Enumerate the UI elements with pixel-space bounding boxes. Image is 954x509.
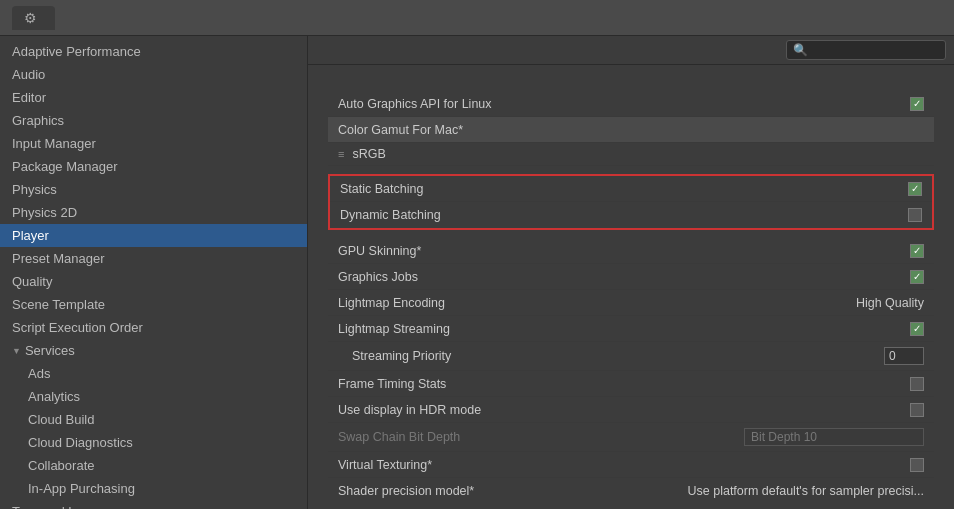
srgb-label: sRGB <box>352 147 385 161</box>
sidebar-item-label: Script Execution Order <box>12 320 143 335</box>
sidebar-item-in-app-purchasing[interactable]: In-App Purchasing <box>0 477 307 500</box>
sidebar-item-quality[interactable]: Quality <box>0 270 307 293</box>
sidebar-item-ads[interactable]: Ads <box>0 362 307 385</box>
right-panel: Auto Graphics API for Linux✓Color Gamut … <box>308 36 954 509</box>
sidebar-item-label: Analytics <box>28 389 80 404</box>
sidebar-item-label: Package Manager <box>12 159 118 174</box>
setting-row-graphics-jobs: Graphics Jobs✓ <box>328 264 934 290</box>
setting-row-gpu-skinning: GPU Skinning*✓ <box>328 238 934 264</box>
sidebar-item-script-execution-order[interactable]: Script Execution Order <box>0 316 307 339</box>
sidebar-item-analytics[interactable]: Analytics <box>0 385 307 408</box>
sidebar-item-label: Adaptive Performance <box>12 44 141 59</box>
color-gamut-header: Color Gamut For Mac* <box>328 117 934 143</box>
setting-row-dynamic-batching: Dynamic Batching <box>330 202 932 228</box>
sidebar-item-label: Audio <box>12 67 45 82</box>
sidebar-item-label: Graphics <box>12 113 64 128</box>
srgb-row: ≡sRGB <box>328 143 934 166</box>
setting-row-frame-timing-stats: Frame Timing Stats <box>328 371 934 397</box>
sidebar-item-audio[interactable]: Audio <box>0 63 307 86</box>
sidebar-item-scene-template[interactable]: Scene Template <box>0 293 307 316</box>
sidebar-item-tags-and-layers[interactable]: Tags and Layers <box>0 500 307 509</box>
checkbox-checked-icon[interactable]: ✓ <box>910 322 924 336</box>
checkbox-checked-icon[interactable]: ✓ <box>908 182 922 196</box>
checkbox-unchecked-icon[interactable] <box>908 208 922 222</box>
setting-row-auto-graphics: Auto Graphics API for Linux✓ <box>328 91 934 117</box>
streaming-priority-input[interactable] <box>884 347 924 365</box>
sidebar: Adaptive PerformanceAudioEditorGraphicsI… <box>0 36 308 509</box>
sidebar-item-cloud-build[interactable]: Cloud Build <box>0 408 307 431</box>
setting-row-lightmap-streaming: Lightmap Streaming✓ <box>328 316 934 342</box>
auto-graphics-label: Auto Graphics API for Linux <box>338 97 492 111</box>
content-area: Auto Graphics API for Linux✓Color Gamut … <box>308 65 954 509</box>
frame-timing-stats-label: Frame Timing Stats <box>338 377 446 391</box>
sidebar-item-adaptive-performance[interactable]: Adaptive Performance <box>0 40 307 63</box>
color-gamut-label: Color Gamut For Mac* <box>338 123 463 137</box>
gpu-skinning-label: GPU Skinning* <box>338 244 421 258</box>
sidebar-item-label: Preset Manager <box>12 251 105 266</box>
sidebar-item-label: Quality <box>12 274 52 289</box>
sidebar-item-graphics[interactable]: Graphics <box>0 109 307 132</box>
swap-chain-bit-depth-label: Swap Chain Bit Depth <box>338 430 460 444</box>
sidebar-item-input-manager[interactable]: Input Manager <box>0 132 307 155</box>
sidebar-item-label: Physics 2D <box>12 205 77 220</box>
setting-row-static-batching: Static Batching✓ <box>330 176 932 202</box>
sidebar-item-label: In-App Purchasing <box>28 481 135 496</box>
use-display-hdr-label: Use display in HDR mode <box>338 403 481 417</box>
sidebar-item-preset-manager[interactable]: Preset Manager <box>0 247 307 270</box>
gear-icon: ⚙ <box>24 10 37 26</box>
sidebar-item-label: Collaborate <box>28 458 95 473</box>
triangle-icon: ▼ <box>12 346 21 356</box>
checkbox-checked-icon[interactable]: ✓ <box>910 270 924 284</box>
project-settings-tab[interactable]: ⚙ <box>12 6 55 30</box>
sidebar-item-label: Player <box>12 228 49 243</box>
checkbox-checked-icon[interactable]: ✓ <box>910 97 924 111</box>
sidebar-item-label: Scene Template <box>12 297 105 312</box>
sidebar-item-package-manager[interactable]: Package Manager <box>0 155 307 178</box>
lightmap-encoding-label: Lightmap Encoding <box>338 296 445 310</box>
graphics-jobs-label: Graphics Jobs <box>338 270 418 284</box>
setting-row-virtual-texturing: Virtual Texturing* <box>328 452 934 478</box>
sidebar-item-label: Physics <box>12 182 57 197</box>
checkbox-unchecked-icon[interactable] <box>910 377 924 391</box>
sidebar-item-physics[interactable]: Physics <box>0 178 307 201</box>
sidebar-item-label: Services <box>25 343 75 358</box>
sidebar-item-label: Ads <box>28 366 50 381</box>
sidebar-item-label: Cloud Diagnostics <box>28 435 133 450</box>
virtual-texturing-label: Virtual Texturing* <box>338 458 432 472</box>
sidebar-item-label: Editor <box>12 90 46 105</box>
sidebar-item-services[interactable]: ▼Services <box>0 339 307 362</box>
title-bar: ⚙ <box>0 0 954 36</box>
checkbox-unchecked-icon[interactable] <box>910 458 924 472</box>
checkbox-unchecked-icon[interactable] <box>910 403 924 417</box>
swap-chain-bit-depth-input <box>744 428 924 446</box>
batching-section: Static Batching✓Dynamic Batching <box>328 174 934 230</box>
lightmap-streaming-label: Lightmap Streaming <box>338 322 450 336</box>
main-layout: Adaptive PerformanceAudioEditorGraphicsI… <box>0 36 954 509</box>
streaming-priority-label: Streaming Priority <box>352 349 451 363</box>
setting-row-use-display-hdr: Use display in HDR mode <box>328 397 934 423</box>
sidebar-item-label: Tags and Layers <box>12 504 107 509</box>
dynamic-batching-label: Dynamic Batching <box>340 208 441 222</box>
lightmap-encoding-value: High Quality <box>856 296 924 310</box>
shader-precision-model-label: Shader precision model* <box>338 484 474 498</box>
setting-row-streaming-priority: Streaming Priority <box>328 342 934 371</box>
setting-row-shader-precision-model: Shader precision model*Use platform defa… <box>328 478 934 504</box>
checkbox-checked-icon[interactable]: ✓ <box>910 244 924 258</box>
setting-row-swap-chain-bit-depth: Swap Chain Bit Depth <box>328 423 934 452</box>
sidebar-item-label: Input Manager <box>12 136 96 151</box>
static-batching-label: Static Batching <box>340 182 423 196</box>
search-input[interactable] <box>786 40 946 60</box>
sidebar-item-collaborate[interactable]: Collaborate <box>0 454 307 477</box>
sidebar-item-player[interactable]: Player <box>0 224 307 247</box>
shader-precision-model-value: Use platform default's for sampler preci… <box>688 484 925 498</box>
drag-handle-icon: ≡ <box>338 148 344 160</box>
search-bar <box>308 36 954 65</box>
sidebar-item-physics-2d[interactable]: Physics 2D <box>0 201 307 224</box>
sidebar-item-editor[interactable]: Editor <box>0 86 307 109</box>
setting-row-lightmap-encoding: Lightmap EncodingHigh Quality <box>328 290 934 316</box>
sidebar-item-label: Cloud Build <box>28 412 95 427</box>
sidebar-item-cloud-diagnostics[interactable]: Cloud Diagnostics <box>0 431 307 454</box>
